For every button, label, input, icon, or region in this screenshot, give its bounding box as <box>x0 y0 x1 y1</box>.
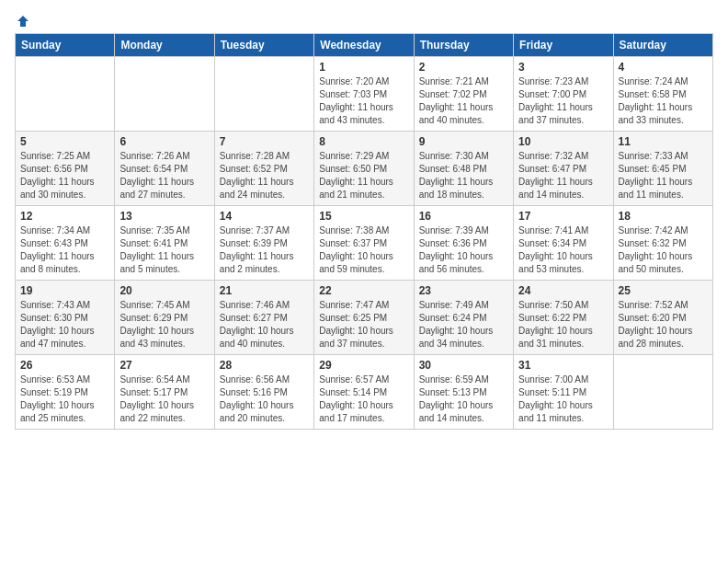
calendar-cell: 27Sunrise: 6:54 AMSunset: 5:17 PMDayligh… <box>115 355 214 430</box>
logo-icon <box>17 15 29 28</box>
day-info: Sunrise: 6:54 AMSunset: 5:17 PMDaylight:… <box>119 373 209 425</box>
calendar-cell: 7Sunrise: 7:28 AMSunset: 6:52 PMDaylight… <box>214 132 313 206</box>
day-number: 10 <box>518 135 608 148</box>
day-number: 28 <box>220 359 309 372</box>
day-number: 22 <box>319 284 408 297</box>
day-number: 5 <box>20 135 109 148</box>
day-info: Sunrise: 7:42 AMSunset: 6:32 PMDaylight:… <box>619 224 708 276</box>
calendar-cell: 29Sunrise: 6:57 AMSunset: 5:14 PMDayligh… <box>314 355 414 430</box>
calendar-cell: 25Sunrise: 7:52 AMSunset: 6:20 PMDayligh… <box>613 281 712 355</box>
day-info: Sunrise: 7:23 AMSunset: 7:00 PMDaylight:… <box>518 75 608 127</box>
header-thursday: Thursday <box>414 34 513 57</box>
day-info: Sunrise: 7:52 AMSunset: 6:20 PMDaylight:… <box>619 299 708 350</box>
header-wednesday: Wednesday <box>314 34 414 57</box>
day-number: 25 <box>619 284 708 297</box>
week-row-4: 19Sunrise: 7:43 AMSunset: 6:30 PMDayligh… <box>16 281 713 355</box>
calendar-cell: 21Sunrise: 7:46 AMSunset: 6:27 PMDayligh… <box>214 281 313 355</box>
calendar-cell <box>16 57 115 132</box>
day-number: 31 <box>518 359 608 372</box>
day-info: Sunrise: 7:32 AMSunset: 6:47 PMDaylight:… <box>518 150 608 201</box>
calendar-cell: 3Sunrise: 7:23 AMSunset: 7:00 PMDaylight… <box>514 57 613 132</box>
day-info: Sunrise: 7:35 AMSunset: 6:41 PMDaylight:… <box>119 224 209 276</box>
header-monday: Monday <box>115 34 214 57</box>
day-number: 16 <box>419 210 508 223</box>
calendar-cell: 24Sunrise: 7:50 AMSunset: 6:22 PMDayligh… <box>514 281 613 355</box>
day-info: Sunrise: 7:45 AMSunset: 6:29 PMDaylight:… <box>119 299 209 350</box>
calendar-cell: 15Sunrise: 7:38 AMSunset: 6:37 PMDayligh… <box>314 206 414 281</box>
day-number: 9 <box>419 135 508 148</box>
calendar-cell: 9Sunrise: 7:30 AMSunset: 6:48 PMDaylight… <box>414 132 513 206</box>
calendar-cell: 16Sunrise: 7:39 AMSunset: 6:36 PMDayligh… <box>414 206 513 281</box>
day-number: 24 <box>518 284 608 297</box>
calendar-cell: 22Sunrise: 7:47 AMSunset: 6:25 PMDayligh… <box>314 281 414 355</box>
header-row: Sunday Monday Tuesday Wednesday Thursday… <box>16 34 713 57</box>
day-number: 19 <box>20 284 109 297</box>
calendar-cell: 8Sunrise: 7:29 AMSunset: 6:50 PMDaylight… <box>314 132 414 206</box>
day-info: Sunrise: 7:49 AMSunset: 6:24 PMDaylight:… <box>419 299 508 350</box>
day-number: 13 <box>119 210 209 223</box>
calendar-cell: 10Sunrise: 7:32 AMSunset: 6:47 PMDayligh… <box>514 132 613 206</box>
calendar-cell: 11Sunrise: 7:33 AMSunset: 6:45 PMDayligh… <box>613 132 712 206</box>
calendar-cell: 23Sunrise: 7:49 AMSunset: 6:24 PMDayligh… <box>414 281 513 355</box>
day-number: 26 <box>20 359 109 372</box>
day-number: 1 <box>319 61 408 74</box>
calendar-cell: 28Sunrise: 6:56 AMSunset: 5:16 PMDayligh… <box>214 355 313 430</box>
day-number: 2 <box>419 61 508 74</box>
day-info: Sunrise: 7:00 AMSunset: 5:11 PMDaylight:… <box>518 373 608 425</box>
calendar-cell: 12Sunrise: 7:34 AMSunset: 6:43 PMDayligh… <box>16 206 115 281</box>
day-info: Sunrise: 7:34 AMSunset: 6:43 PMDaylight:… <box>20 224 109 276</box>
day-info: Sunrise: 6:57 AMSunset: 5:14 PMDaylight:… <box>319 373 408 425</box>
day-number: 15 <box>319 210 408 223</box>
day-number: 7 <box>220 135 309 148</box>
calendar-table: Sunday Monday Tuesday Wednesday Thursday… <box>15 33 713 430</box>
day-number: 8 <box>319 135 408 148</box>
day-info: Sunrise: 7:46 AMSunset: 6:27 PMDaylight:… <box>220 299 309 350</box>
calendar-cell: 5Sunrise: 7:25 AMSunset: 6:56 PMDaylight… <box>16 132 115 206</box>
day-info: Sunrise: 7:39 AMSunset: 6:36 PMDaylight:… <box>419 224 508 276</box>
day-info: Sunrise: 7:37 AMSunset: 6:39 PMDaylight:… <box>220 224 309 276</box>
day-info: Sunrise: 7:20 AMSunset: 7:03 PMDaylight:… <box>319 75 408 127</box>
day-number: 27 <box>119 359 209 372</box>
day-info: Sunrise: 7:25 AMSunset: 6:56 PMDaylight:… <box>20 150 109 201</box>
calendar-cell <box>613 355 712 430</box>
calendar-cell: 6Sunrise: 7:26 AMSunset: 6:54 PMDaylight… <box>115 132 214 206</box>
day-number: 23 <box>419 284 508 297</box>
header-sunday: Sunday <box>16 34 115 57</box>
day-number: 3 <box>518 61 608 74</box>
day-info: Sunrise: 7:38 AMSunset: 6:37 PMDaylight:… <box>319 224 408 276</box>
calendar-cell: 26Sunrise: 6:53 AMSunset: 5:19 PMDayligh… <box>16 355 115 430</box>
day-info: Sunrise: 7:28 AMSunset: 6:52 PMDaylight:… <box>220 150 309 201</box>
calendar-cell: 13Sunrise: 7:35 AMSunset: 6:41 PMDayligh… <box>115 206 214 281</box>
day-info: Sunrise: 7:21 AMSunset: 7:02 PMDaylight:… <box>419 75 508 127</box>
calendar-body: 1Sunrise: 7:20 AMSunset: 7:03 PMDaylight… <box>16 57 713 430</box>
header-tuesday: Tuesday <box>214 34 313 57</box>
day-number: 21 <box>220 284 309 297</box>
day-info: Sunrise: 7:30 AMSunset: 6:48 PMDaylight:… <box>419 150 508 201</box>
calendar-cell: 31Sunrise: 7:00 AMSunset: 5:11 PMDayligh… <box>514 355 613 430</box>
calendar-cell: 18Sunrise: 7:42 AMSunset: 6:32 PMDayligh… <box>613 206 712 281</box>
day-number: 4 <box>619 61 708 74</box>
calendar-cell <box>214 57 313 132</box>
day-number: 17 <box>518 210 608 223</box>
day-info: Sunrise: 7:33 AMSunset: 6:45 PMDaylight:… <box>619 150 708 201</box>
day-info: Sunrise: 7:24 AMSunset: 6:58 PMDaylight:… <box>619 75 708 127</box>
day-number: 14 <box>220 210 309 223</box>
day-info: Sunrise: 6:53 AMSunset: 5:19 PMDaylight:… <box>20 373 109 425</box>
logo <box>15 15 29 24</box>
calendar-cell: 2Sunrise: 7:21 AMSunset: 7:02 PMDaylight… <box>414 57 513 132</box>
day-number: 18 <box>619 210 708 223</box>
day-number: 29 <box>319 359 408 372</box>
day-number: 6 <box>119 135 209 148</box>
week-row-3: 12Sunrise: 7:34 AMSunset: 6:43 PMDayligh… <box>16 206 713 281</box>
day-number: 12 <box>20 210 109 223</box>
week-row-5: 26Sunrise: 6:53 AMSunset: 5:19 PMDayligh… <box>16 355 713 430</box>
svg-marker-0 <box>17 16 28 27</box>
day-info: Sunrise: 7:29 AMSunset: 6:50 PMDaylight:… <box>319 150 408 201</box>
calendar-cell: 14Sunrise: 7:37 AMSunset: 6:39 PMDayligh… <box>214 206 313 281</box>
day-number: 11 <box>619 135 708 148</box>
calendar-cell: 20Sunrise: 7:45 AMSunset: 6:29 PMDayligh… <box>115 281 214 355</box>
calendar-cell <box>115 57 214 132</box>
calendar-cell: 19Sunrise: 7:43 AMSunset: 6:30 PMDayligh… <box>16 281 115 355</box>
week-row-2: 5Sunrise: 7:25 AMSunset: 6:56 PMDaylight… <box>16 132 713 206</box>
day-info: Sunrise: 7:43 AMSunset: 6:30 PMDaylight:… <box>20 299 109 350</box>
